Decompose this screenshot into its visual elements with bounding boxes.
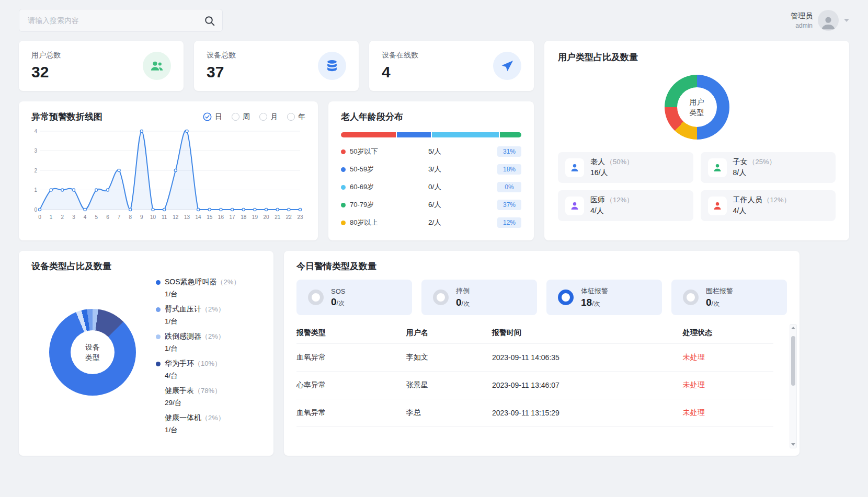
period-option-年[interactable]: 年 — [287, 112, 305, 122]
topbar: 管理员 admin — [19, 7, 849, 33]
avatar[interactable] — [818, 10, 839, 31]
svg-text:8: 8 — [129, 214, 132, 220]
alarm-user: 李如文 — [406, 353, 492, 362]
device-percent: （2%） — [201, 332, 225, 341]
svg-text:23: 23 — [297, 214, 303, 220]
legend-dot — [341, 221, 346, 225]
svg-text:0: 0 — [38, 214, 41, 220]
user-type-legend-item: 子女（25%）8/人 — [701, 152, 836, 183]
stat-value: 32 — [31, 63, 61, 81]
device-name: SOS紧急呼叫器 — [165, 278, 217, 287]
svg-text:20: 20 — [263, 214, 269, 220]
scroll-down-icon[interactable] — [791, 443, 795, 446]
radio-icon — [287, 113, 295, 121]
table-scrollbar[interactable] — [790, 324, 797, 448]
period-label: 月 — [270, 112, 278, 122]
age-count: 2/人 — [428, 218, 497, 227]
alarm-status[interactable]: 未处理 — [683, 380, 773, 390]
stat-card-total-devices: 设备总数 37 — [194, 41, 359, 91]
table-row: 血氧异常李如文2023-09-11 14:06:35未处理 — [296, 344, 773, 372]
stat-label: 设备总数 — [207, 51, 236, 60]
legend-value: 4/人 — [733, 206, 791, 216]
legend-dot — [341, 167, 346, 172]
svg-text:22: 22 — [286, 214, 292, 220]
card-title: 设备类型占比及数量 — [31, 260, 261, 272]
alarm-user: 李总 — [406, 408, 492, 418]
alerts-table: 报警类型用户名报警时间处理状态 血氧异常李如文2023-09-11 14:06:… — [296, 322, 787, 435]
svg-text:16: 16 — [218, 214, 224, 220]
period-option-日[interactable]: 日 — [203, 112, 222, 122]
legend-dot — [156, 334, 161, 339]
alert-type-unit: /次 — [592, 300, 600, 307]
device-count: 1/台 — [165, 425, 240, 435]
column-header: 用户名 — [406, 328, 492, 338]
legend-name: 医师 — [590, 195, 605, 205]
radio-icon — [259, 113, 267, 121]
table-row: 心率异常张景星2023-09-11 13:46:07未处理 — [296, 372, 773, 399]
column-header: 报警类型 — [296, 328, 406, 338]
age-rows: 50岁以下5/人31%50-59岁3/人18%60-69岁0/人0%70-79岁… — [341, 143, 521, 232]
alert-type-count: 0/次 — [456, 297, 470, 308]
legend-dot — [341, 203, 346, 207]
age-bar-segment — [432, 132, 499, 137]
period-option-月[interactable]: 月 — [259, 112, 278, 122]
age-row: 70-79岁6/人37% — [341, 196, 521, 214]
age-bar-segment — [500, 132, 521, 137]
period-label: 年 — [298, 112, 305, 122]
age-row: 50岁以下5/人31% — [341, 143, 521, 160]
stat-card-devices-online: 设备在线数 4 — [369, 41, 534, 91]
alert-type-count: 18/次 — [581, 297, 608, 308]
alert-type-count: 0/次 — [331, 296, 345, 308]
search-bar[interactable] — [19, 9, 223, 32]
age-range-label: 50-59岁 — [350, 165, 428, 174]
device-name: 华为手环 — [165, 359, 194, 368]
device-type-legend: SOS紧急呼叫器（2%）1/台臂式血压计（2%）1/台跌倒感测器（2%）1/台华… — [156, 278, 240, 441]
legend-dot — [156, 362, 161, 366]
svg-text:21: 21 — [275, 214, 281, 220]
device-name: 臂式血压计 — [165, 305, 201, 314]
device-type-donut-wrap: 设备类型 — [49, 309, 136, 396]
alert-type-label: 围栏报警 — [706, 286, 733, 296]
device-count: 4/台 — [165, 371, 240, 380]
age-percent-badge: 37% — [497, 200, 521, 210]
alarm-user: 张景星 — [406, 380, 492, 390]
legend-percent: （12%） — [763, 195, 791, 205]
svg-text:13: 13 — [184, 214, 190, 220]
person-icon — [708, 158, 727, 177]
chevron-down-icon[interactable] — [844, 19, 849, 22]
period-options: 日周月年 — [203, 112, 305, 122]
svg-text:4: 4 — [84, 214, 87, 220]
alarm-status[interactable]: 未处理 — [683, 408, 773, 418]
ring-icon — [683, 290, 699, 305]
svg-text:7: 7 — [118, 214, 121, 220]
age-count: 3/人 — [428, 165, 497, 174]
alarm-time: 2023-09-11 14:06:35 — [492, 353, 683, 362]
period-option-周[interactable]: 周 — [232, 112, 250, 122]
svg-text:6: 6 — [106, 214, 109, 220]
dashboard-page: 管理员 admin 用户总数 32 — [0, 0, 868, 456]
svg-text:17: 17 — [230, 214, 236, 220]
alarm-status[interactable]: 未处理 — [683, 353, 773, 362]
legend-dot — [341, 185, 346, 190]
search-icon[interactable] — [203, 15, 216, 27]
svg-text:12: 12 — [173, 214, 179, 220]
alarm-type: 心率异常 — [296, 380, 406, 390]
search-input[interactable] — [19, 9, 222, 31]
alert-type-box-SOS: SOS0/次 — [296, 280, 412, 315]
legend-value: 8/人 — [733, 168, 776, 178]
scrollbar-thumb[interactable] — [791, 336, 795, 386]
svg-text:19: 19 — [252, 214, 258, 220]
scroll-up-icon[interactable] — [791, 327, 795, 329]
user-menu[interactable]: 管理员 admin — [791, 10, 849, 31]
legend-percent: （50%） — [606, 157, 633, 167]
device-legend-item: SOS紧急呼叫器（2%）1/台 — [156, 278, 240, 299]
user-type-legend-item: 工作人员（12%）4/人 — [701, 190, 836, 221]
user-type-card: 用户类型占比及数量 用户类型 老人（50%）16/人子女（25%）8/人医师（1… — [544, 41, 849, 240]
database-icon — [318, 52, 346, 80]
person-icon — [708, 197, 727, 215]
age-row: 60-69岁0/人0% — [341, 178, 521, 196]
table-row: 血氧异常李总2023-09-11 13:15:29未处理 — [296, 399, 773, 427]
svg-text:2: 2 — [61, 214, 64, 220]
legend-dot — [156, 307, 161, 312]
alert-type-label: 体征报警 — [581, 286, 608, 296]
